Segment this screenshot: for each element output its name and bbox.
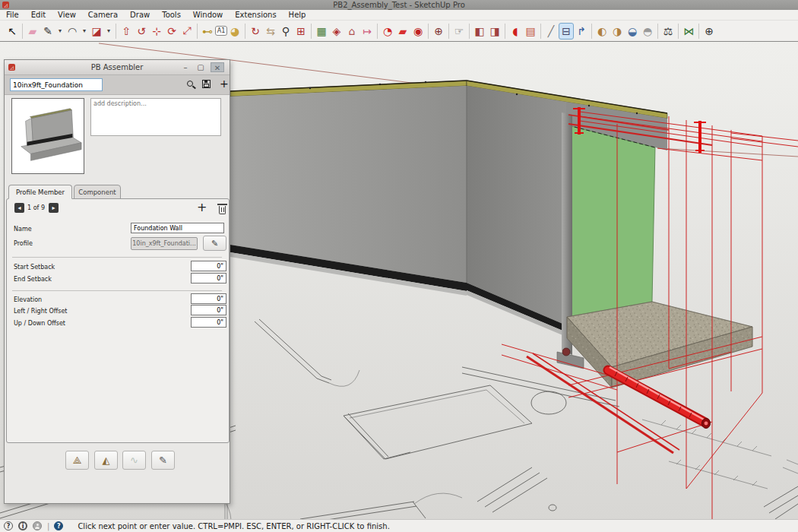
- arc-dropdown-icon[interactable]: ▾: [80, 23, 89, 40]
- pb-assembler-tool-icon[interactable]: ⊟: [559, 23, 574, 40]
- info-icon[interactable]: i: [18, 521, 27, 530]
- toolbar-separator: [311, 24, 312, 39]
- divider: [12, 290, 222, 291]
- arc-tool-icon[interactable]: ◠: [65, 23, 80, 40]
- tape-measure-tool-icon[interactable]: ⊷: [200, 23, 215, 40]
- elevation-input[interactable]: [191, 293, 226, 304]
- push-pull-tool-icon[interactable]: ⇧: [119, 23, 134, 40]
- menu-draw[interactable]: Draw: [124, 11, 156, 19]
- toolbar-separator: [197, 24, 198, 39]
- follow-me-tool-icon[interactable]: ↺: [134, 23, 149, 40]
- trimble-connect-icon[interactable]: ◔: [380, 23, 395, 40]
- menu-camera[interactable]: Camera: [82, 11, 124, 19]
- axes-tool-icon[interactable]: ⊕: [701, 23, 717, 40]
- window-title: PB2_Assembly_Test - SketchUp Pro: [0, 1, 798, 9]
- profile-select-button[interactable]: 10in_x9ft_Foundati...: [131, 237, 198, 250]
- dialog-title-bar[interactable]: ◿ PB Assembler – ▢ ✕: [5, 60, 230, 75]
- delete-member-icon[interactable]: [219, 206, 226, 214]
- divider: [12, 257, 222, 258]
- text-tool-icon[interactable]: A1: [215, 26, 227, 36]
- ud-offset-input[interactable]: [191, 317, 226, 328]
- rectangle-tool-icon[interactable]: ◪: [89, 23, 104, 40]
- lr-offset-input[interactable]: [191, 305, 226, 315]
- pan-tool-icon[interactable]: ⇆: [263, 23, 278, 40]
- add-assembly-icon[interactable]: +: [220, 78, 229, 90]
- zoom-extents-icon[interactable]: ⊞: [293, 23, 309, 40]
- assembly-thumbnail: [11, 98, 84, 174]
- components-panel-icon[interactable]: ◈: [329, 23, 344, 40]
- end-setback-input[interactable]: [191, 273, 226, 283]
- dialog-close-button[interactable]: ✕: [211, 62, 224, 72]
- menu-extensions[interactable]: Extensions: [229, 11, 282, 19]
- assembly-search-input[interactable]: [10, 78, 103, 91]
- sketchup-window: ◿ PB2_Assembly_Test - SketchUp Pro File …: [0, 0, 798, 532]
- profile-builder-button[interactable]: ⟁: [65, 451, 89, 470]
- name-input[interactable]: [131, 223, 224, 233]
- tab-profile-member[interactable]: Profile Member: [8, 185, 72, 199]
- edit-profile-button[interactable]: ✎: [203, 236, 226, 251]
- dialog-maximize-button[interactable]: ▢: [194, 62, 207, 72]
- dialog-minimize-button[interactable]: –: [179, 62, 192, 72]
- solid-subtract-icon[interactable]: ◒: [625, 23, 640, 40]
- rotate-tool-icon[interactable]: ⟳: [164, 23, 179, 40]
- account-icon[interactable]: [33, 521, 42, 530]
- lr-offset-label: Left / Right Offset: [14, 308, 67, 315]
- flip-icon[interactable]: ⋈: [681, 23, 696, 40]
- brick-material-icon[interactable]: ▤: [523, 23, 538, 40]
- menu-tools[interactable]: Tools: [156, 11, 187, 19]
- menu-view[interactable]: View: [52, 11, 82, 19]
- move-tool-icon[interactable]: ⊹: [149, 23, 164, 40]
- menu-file[interactable]: File: [0, 11, 25, 19]
- toolbar-separator: [428, 24, 429, 39]
- truss-assembler-button[interactable]: ◭: [94, 451, 118, 470]
- line-tool-icon[interactable]: ✎: [40, 23, 55, 40]
- scale-tool-icon[interactable]: ⤢: [179, 23, 195, 40]
- menu-help[interactable]: Help: [283, 11, 312, 19]
- description-textarea[interactable]: [90, 98, 221, 136]
- pager-next-button[interactable]: ▸: [49, 203, 59, 213]
- select-tool-icon[interactable]: ↖: [5, 23, 20, 40]
- menu-edit[interactable]: Edit: [25, 11, 52, 19]
- layout-icon[interactable]: ▰: [395, 23, 410, 40]
- tab-component[interactable]: Component: [74, 185, 121, 199]
- interact-tool-icon[interactable]: ☞: [451, 23, 467, 40]
- balance-icon[interactable]: ⚖: [660, 23, 676, 40]
- pager-text: 1 of 9: [27, 204, 45, 211]
- geolocation-help-icon[interactable]: ?: [54, 521, 63, 530]
- export-icon[interactable]: ↦: [359, 23, 375, 40]
- add-member-icon[interactable]: +: [197, 200, 207, 214]
- thumbnail-wall-image: [12, 99, 84, 173]
- toolbar-separator: [657, 24, 658, 39]
- help-icon[interactable]: ?: [4, 521, 13, 530]
- orbit-tool-icon[interactable]: ↻: [248, 23, 263, 40]
- pb-assembler-dialog[interactable]: ◿ PB Assembler – ▢ ✕ + Profile Member Co: [4, 59, 230, 504]
- pb-line-tool-icon[interactable]: ╱: [543, 23, 559, 40]
- solid-union-icon[interactable]: ◑: [610, 23, 625, 40]
- selected-foundation-wall[interactable]: [568, 125, 655, 334]
- component-options-icon[interactable]: ◧: [472, 23, 487, 40]
- section-plane-icon[interactable]: ◖: [508, 23, 523, 40]
- eraser-tool-icon[interactable]: ▰: [25, 23, 40, 40]
- add-location-icon[interactable]: ⊕: [431, 23, 446, 40]
- paint-bucket-tool-icon[interactable]: ◕: [227, 23, 242, 40]
- validate-member-button[interactable]: ∿: [122, 451, 146, 470]
- solid-trim-icon[interactable]: ◓: [640, 23, 655, 40]
- pb-select-tool-icon[interactable]: ↱: [574, 23, 589, 40]
- line-dropdown-icon[interactable]: ▾: [55, 23, 65, 40]
- toolbar-separator: [540, 24, 541, 39]
- save-icon[interactable]: [202, 80, 211, 88]
- ud-offset-label: Up / Down Offset: [14, 320, 65, 327]
- start-setback-input[interactable]: [191, 261, 226, 271]
- menu-window[interactable]: Window: [187, 11, 229, 19]
- edit-member-button[interactable]: ✎: [151, 451, 175, 470]
- style-builder-icon[interactable]: ◉: [410, 23, 426, 40]
- rectangle-dropdown-icon[interactable]: ▾: [104, 23, 113, 40]
- pager-prev-button[interactable]: ◂: [14, 203, 24, 213]
- search-icon[interactable]: [187, 81, 193, 87]
- 3d-warehouse-icon[interactable]: ⌂: [344, 23, 359, 40]
- component-attributes-icon[interactable]: ◨: [487, 23, 502, 40]
- title-bar[interactable]: ◿ PB2_Assembly_Test - SketchUp Pro: [0, 0, 798, 10]
- zoom-tool-icon[interactable]: ⚲: [278, 23, 293, 40]
- solid-shell-icon[interactable]: ◐: [594, 23, 610, 40]
- styles-panel-icon[interactable]: ▦: [314, 23, 329, 40]
